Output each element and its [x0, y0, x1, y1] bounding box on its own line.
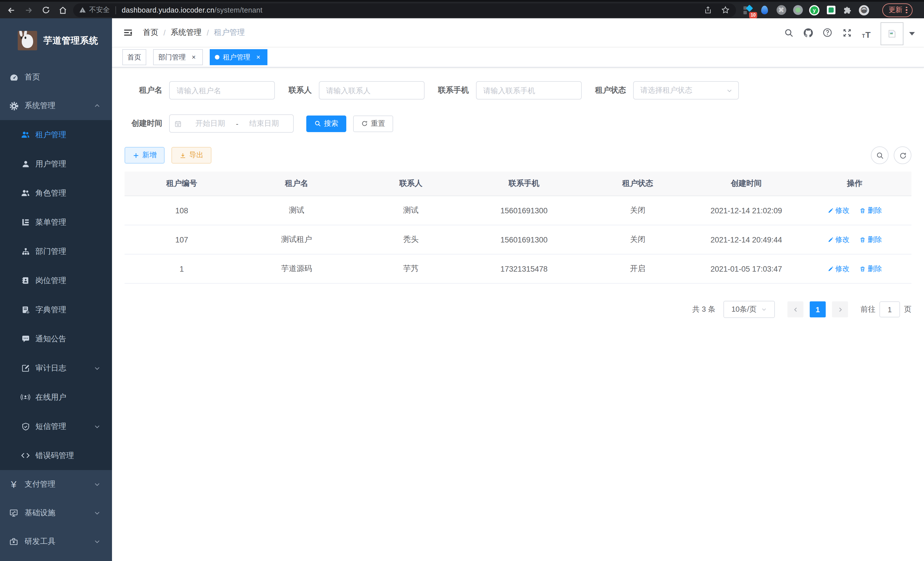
- extensions-puzzle-icon[interactable]: [842, 5, 853, 15]
- github-icon[interactable]: [802, 26, 814, 39]
- page-size-select[interactable]: 10条/页: [723, 301, 775, 318]
- forward-icon[interactable]: [23, 4, 34, 16]
- extensions-row: 10 ⌘ y 😀 更新: [743, 3, 912, 17]
- edit-link[interactable]: 修改: [827, 264, 849, 274]
- sidebar-item-infra[interactable]: 基础设施: [0, 499, 112, 527]
- trash-icon: [860, 207, 866, 214]
- sidebar-item-dev-tools[interactable]: 研发工具: [0, 527, 112, 556]
- edit-link[interactable]: 修改: [827, 235, 849, 244]
- share-icon[interactable]: [703, 5, 713, 15]
- menu-tree-icon: [21, 217, 30, 227]
- trash-icon: [860, 266, 866, 272]
- sidebar-item-dict[interactable]: 字典管理: [0, 295, 112, 324]
- table-row: 108 测试 测试 15601691300 关闭 2021-12-14 21:0…: [124, 196, 911, 225]
- extension-command-icon[interactable]: ⌘: [776, 5, 786, 15]
- sidebar-item-system[interactable]: 系统管理: [0, 92, 112, 120]
- reset-button[interactable]: 重置: [353, 115, 393, 132]
- extension-record-icon[interactable]: [793, 5, 803, 15]
- mobile-input[interactable]: [476, 81, 581, 99]
- bookmark-star-icon[interactable]: [720, 5, 730, 15]
- contact-input[interactable]: [319, 81, 424, 99]
- close-icon[interactable]: ×: [254, 53, 262, 61]
- cell-status: 关闭: [580, 225, 695, 254]
- sidebar-item-user[interactable]: 用户管理: [0, 149, 112, 178]
- breadcrumb-home[interactable]: 首页: [143, 27, 158, 38]
- goto-page-input[interactable]: [879, 301, 900, 317]
- chevron-down-icon: [94, 538, 100, 545]
- security-label: 不安全: [89, 5, 110, 15]
- chevron-down-icon: [94, 481, 100, 488]
- delete-link[interactable]: 删除: [860, 235, 882, 244]
- sidebar-item-pay[interactable]: ¥ 支付管理: [0, 470, 112, 499]
- security-status[interactable]: 不安全: [79, 5, 110, 15]
- col-contact: 联系人: [354, 171, 467, 196]
- cell-tenant-name: 芋道源码: [239, 254, 354, 283]
- status-select[interactable]: 请选择租户状态: [633, 81, 739, 99]
- sidebar-item-sms[interactable]: 短信管理: [0, 412, 112, 441]
- delete-link[interactable]: 删除: [860, 206, 882, 215]
- page-header: 首页 / 系统管理 / 租户管理 TT: [112, 18, 924, 47]
- page-url[interactable]: dashboard.yudao.iocoder.cn/system/tenant: [122, 6, 262, 14]
- search-button[interactable]: 搜索: [306, 115, 346, 132]
- monitor-icon: [9, 508, 19, 518]
- sidebar-item-error-code[interactable]: 错误码管理: [0, 441, 112, 470]
- close-icon[interactable]: ×: [190, 53, 198, 61]
- reload-icon[interactable]: [40, 4, 51, 16]
- extension-y-icon[interactable]: y: [809, 5, 819, 15]
- sidebar-item-menu[interactable]: 菜单管理: [0, 208, 112, 237]
- cell-tenant-id: 1: [124, 254, 239, 283]
- back-icon[interactable]: [6, 4, 17, 16]
- sidebar-item-online-user[interactable]: 在线用户: [0, 383, 112, 412]
- cell-mobile: 17321315478: [467, 254, 580, 283]
- add-button[interactable]: 新增: [124, 147, 165, 164]
- address-bar[interactable]: 不安全 dashboard.yudao.iocoder.cn/system/te…: [73, 3, 736, 17]
- sidebar-item-dept[interactable]: 部门管理: [0, 237, 112, 266]
- update-button[interactable]: 更新: [882, 3, 912, 17]
- export-button[interactable]: 导出: [171, 147, 212, 164]
- sidebar-fold-icon[interactable]: [122, 27, 134, 38]
- date-range-picker[interactable]: 开始日期 - 结束日期: [169, 114, 294, 133]
- font-size-icon[interactable]: TT: [860, 26, 873, 39]
- app-title: 芋道管理系统: [44, 35, 98, 47]
- start-date-placeholder[interactable]: 开始日期: [186, 118, 235, 129]
- breadcrumb-system[interactable]: 系统管理: [171, 27, 202, 38]
- col-mobile: 联系手机: [467, 171, 580, 196]
- sidebar-item-post[interactable]: 岗位管理: [0, 266, 112, 295]
- tab-dept[interactable]: 部门管理 ×: [153, 49, 203, 65]
- help-icon[interactable]: [821, 26, 834, 39]
- viewport: 不安全 dashboard.yudao.iocoder.cn/system/te…: [0, 0, 924, 561]
- chevron-down-icon: [726, 87, 732, 93]
- omnibox-divider: [116, 6, 116, 14]
- sidebar-item-home[interactable]: 首页: [0, 63, 112, 92]
- profile-avatar[interactable]: 😀: [859, 5, 869, 15]
- search-icon[interactable]: [782, 26, 795, 39]
- extension-grid-badge-icon[interactable]: 10: [743, 5, 753, 15]
- extension-chat-icon[interactable]: [826, 5, 836, 15]
- sidebar-item-notice[interactable]: 通知公告: [0, 324, 112, 353]
- caret-down-icon[interactable]: [909, 32, 915, 35]
- end-date-placeholder[interactable]: 结束日期: [239, 118, 289, 129]
- tab-home[interactable]: 首页: [122, 49, 146, 65]
- next-page-button[interactable]: [832, 301, 848, 317]
- tenant-name-input[interactable]: [169, 81, 275, 99]
- col-tenant-id: 租户编号: [124, 171, 239, 196]
- edit-link[interactable]: 修改: [827, 206, 849, 215]
- prev-page-button[interactable]: [788, 301, 803, 317]
- sidebar-item-role[interactable]: 角色管理: [0, 178, 112, 208]
- sidebar-item-tenant[interactable]: 租户管理: [0, 120, 112, 149]
- avatar[interactable]: [880, 22, 903, 45]
- sidebar-item-audit-log[interactable]: 审计日志: [0, 353, 112, 383]
- delete-link[interactable]: 删除: [860, 264, 882, 274]
- browser-chrome: 不安全 dashboard.yudao.iocoder.cn/system/te…: [0, 0, 924, 18]
- table-row: 1 芋道源码 芋艿 17321315478 开启 2021-01-05 17:0…: [124, 254, 911, 283]
- search-toggle-icon[interactable]: [871, 146, 889, 164]
- cell-tenant-name: 测试租户: [239, 225, 354, 254]
- refresh-icon[interactable]: [894, 146, 911, 164]
- fullscreen-icon[interactable]: [841, 26, 853, 39]
- more-menu-icon[interactable]: [906, 7, 907, 14]
- extension-balloon-icon[interactable]: [759, 5, 770, 15]
- current-page-button[interactable]: 1: [810, 301, 826, 317]
- chevron-right-icon: [837, 306, 843, 313]
- tab-tenant[interactable]: 租户管理 ×: [210, 49, 267, 65]
- home-icon[interactable]: [57, 4, 69, 16]
